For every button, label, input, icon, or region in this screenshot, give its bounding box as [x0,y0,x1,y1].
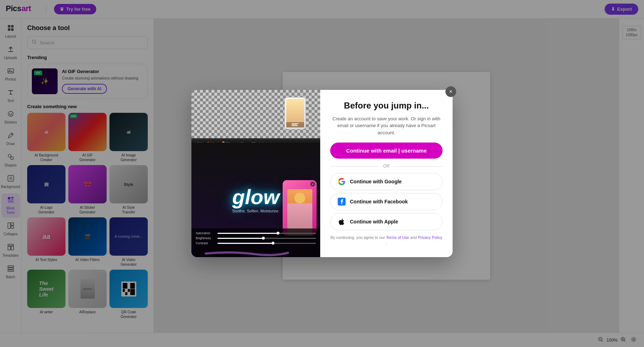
email-login-button[interactable]: Continue with email | username [330,143,443,159]
modal-terms-text: By continuing, you agree to our Terms of… [330,235,443,246]
brightness-dot [262,237,265,240]
or-divider: OR [330,164,443,169]
svg-rect-33 [292,124,297,125]
brightness-label: Brightness [196,236,215,240]
phone-mockup: × ⊞ 😊 ★ [283,180,317,236]
terms-prefix: By continuing, you agree to our [331,235,386,240]
or-label: OR [383,164,390,169]
modal-right-auth: Before you jump in... Create an account … [320,90,453,257]
brightness-slider-row: Brightness [196,236,316,240]
saturation-fill [218,233,277,234]
apple-btn-label: Continue with Apple [350,219,398,225]
google-icon [338,178,346,185]
modal: ✏ Edit ⚡ Adjust 🎨 Filters ✂ RemoveBG ▶ A… [191,90,453,257]
saturation-dot [277,232,279,235]
facebook-btn-label: Continue with Facebook [350,199,408,204]
modal-subtitle: Create an account to save your work. Or … [330,115,443,136]
close-icon: × [449,88,452,95]
brush-stroke [202,250,320,257]
modal-close-button[interactable]: × [445,86,456,97]
brightness-fill [218,238,262,239]
saturation-track [218,233,316,234]
contrast-label: Contrast [196,241,215,245]
modal-preview-area: ✏ Edit ⚡ Adjust 🎨 Filters ✂ RemoveBG ▶ A… [191,90,320,257]
modal-left-preview: ✏ Edit ⚡ Adjust 🎨 Filters ✂ RemoveBG ▶ A… [191,90,320,257]
google-btn-label: Continue with Google [350,179,402,184]
google-login-button[interactable]: Continue with Google [330,173,443,190]
apple-icon [338,218,346,226]
facebook-login-button[interactable]: Continue with Facebook [330,193,443,210]
contrast-track [218,243,316,244]
contrast-fill [218,243,272,244]
contrast-dot [272,242,274,245]
privacy-link[interactable]: Privacy Policy [418,235,442,240]
period-text: . [386,241,387,246]
svg-rect-34 [292,125,298,126]
hand-mockup [284,97,313,140]
saturation-slider-row: Saturation [196,231,316,235]
saturation-label: Saturation [196,231,215,235]
modal-title: Before you jump in... [330,101,443,111]
terms-link[interactable]: Terms of Use [386,235,409,240]
contrast-slider-row: Contrast [196,241,316,245]
apple-login-button[interactable]: Continue with Apple [330,213,443,230]
or-line-left [330,166,380,167]
brightness-track [218,238,316,239]
modal-overlay: × [0,0,644,347]
or-line-right [393,166,443,167]
and-text: and [409,235,418,240]
svg-rect-32 [292,123,299,124]
modal-container: × [191,90,453,257]
facebook-icon [338,198,346,206]
